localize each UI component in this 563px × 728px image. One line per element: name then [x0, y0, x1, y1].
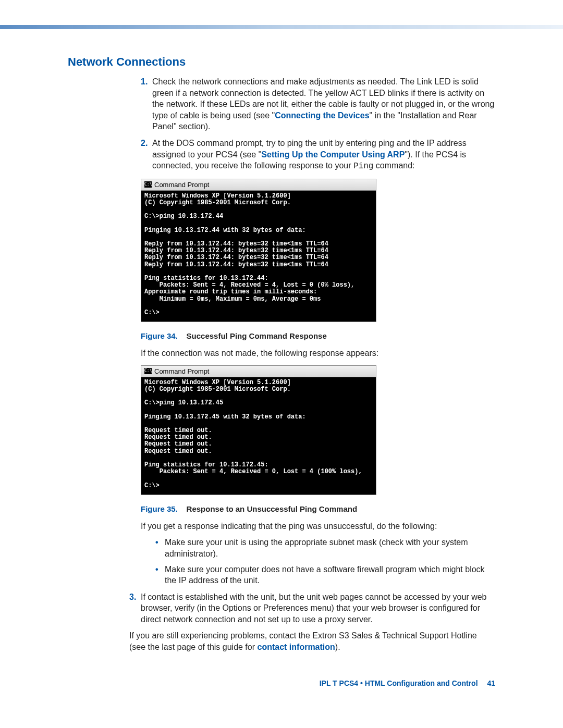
- cmd-icon: C:\: [144, 368, 152, 374]
- para-unsuccessful: If you get a response indicating that th…: [141, 521, 495, 532]
- numbered-steps: 1. Check the network connections and mak…: [141, 76, 495, 172]
- cmd-title: Command Prompt: [154, 367, 209, 375]
- figure-title: Successful Ping Command Response: [187, 331, 327, 340]
- step-1: 1. Check the network connections and mak…: [141, 76, 495, 132]
- command-prompt-failure: C:\ Command Prompt Microsoft Windows XP …: [141, 365, 376, 495]
- header-gradient-bar: [0, 25, 563, 29]
- page-footer: IPL T PCS4 • HTML Configuration and Cont…: [68, 679, 495, 687]
- figure-label: Figure 34.: [141, 331, 178, 340]
- link-connecting-devices[interactable]: Connecting the Devices: [275, 111, 369, 120]
- figure-34-caption: Figure 34. Successful Ping Command Respo…: [141, 331, 495, 340]
- figure-title: Response to an Unsuccessful Ping Command: [187, 504, 358, 513]
- closing-para: If you are still experiencing problems, …: [129, 630, 495, 652]
- cmd-output: Microsoft Windows XP [Version 5.1.2600] …: [141, 191, 376, 322]
- figure-label: Figure 35.: [141, 504, 178, 513]
- command-prompt-success: C:\ Command Prompt Microsoft Windows XP …: [141, 179, 376, 322]
- numbered-steps-cont: 3. If contact is established with the un…: [129, 591, 495, 625]
- content-body: 1. Check the network connections and mak…: [141, 76, 495, 653]
- step-number: 1.: [141, 76, 148, 88]
- link-contact-info[interactable]: contact information: [257, 643, 335, 651]
- step-text-end: command:: [373, 161, 414, 170]
- step-number: 2.: [141, 138, 148, 149]
- cmd-title: Command Prompt: [154, 181, 209, 189]
- footer-text: IPL T PCS4 • HTML Configuration and Cont…: [320, 679, 478, 687]
- figure-35-caption: Figure 35. Response to an Unsuccessful P…: [141, 504, 495, 513]
- cmd-output: Microsoft Windows XP [Version 5.1.2600] …: [141, 377, 376, 495]
- cmd-titlebar: C:\ Command Prompt: [141, 366, 376, 377]
- bullet-firewall: Make sure your computer does not have a …: [155, 564, 495, 586]
- page-content: Network Connections 1. Check the network…: [0, 29, 563, 708]
- step-2: 2. At the DOS command prompt, try to pin…: [141, 138, 495, 172]
- step-3: 3. If contact is established with the un…: [129, 591, 495, 625]
- step-number: 3.: [129, 591, 136, 603]
- section-heading: Network Connections: [68, 55, 495, 69]
- cmd-icon: C:\: [144, 181, 152, 188]
- page-number: 41: [487, 679, 495, 687]
- troubleshoot-bullets: Make sure your unit is using the appropr…: [155, 537, 495, 586]
- link-setting-up-arp[interactable]: Setting Up the Computer Using ARP: [261, 150, 405, 159]
- bullet-subnet: Make sure your unit is using the appropr…: [155, 537, 495, 559]
- mono-ping: Ping: [353, 162, 373, 171]
- closing-after: ).: [335, 643, 340, 651]
- cmd-titlebar: C:\ Command Prompt: [141, 179, 376, 191]
- para-not-connected: If the connection was not made, the foll…: [141, 348, 495, 359]
- step-text: If contact is established with the unit,…: [141, 593, 487, 624]
